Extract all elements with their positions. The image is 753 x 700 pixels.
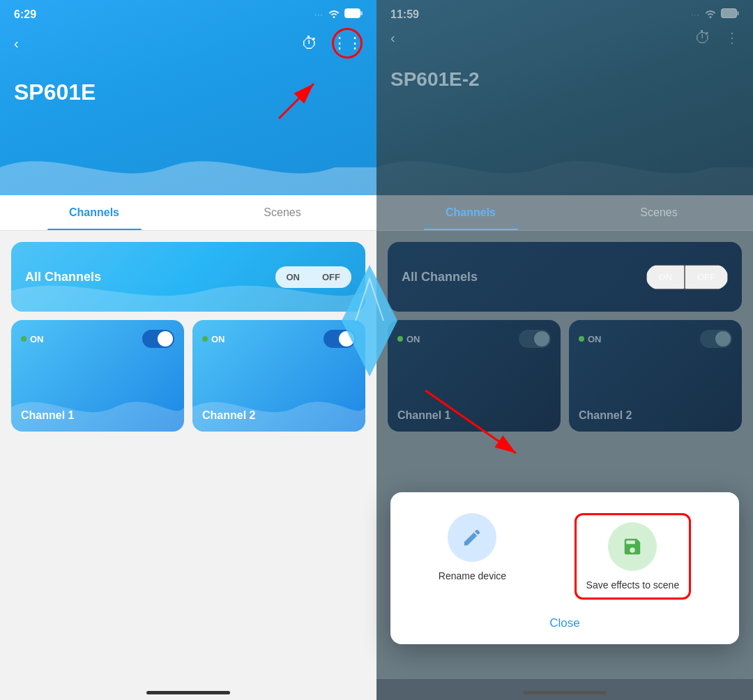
r-channel-2-toggle[interactable]: [700, 330, 732, 348]
svg-rect-5: [737, 11, 739, 15]
right-status-bar: 11:59 ···: [376, 0, 753, 21]
rename-label: Rename device: [439, 570, 506, 581]
dots-icon: ···: [314, 12, 324, 18]
channel-1-status: ON: [21, 334, 44, 344]
channel-1-card-right[interactable]: ON Channel 1: [388, 320, 561, 432]
on-button-left[interactable]: ON: [275, 266, 312, 288]
left-header: 6:29 ··· ‹ ⏱: [0, 0, 376, 195]
toggle-thumb-1: [158, 331, 173, 347]
right-clock-icon[interactable]: ⏱: [694, 28, 711, 47]
on-off-buttons-right[interactable]: ON OFF: [646, 265, 729, 289]
home-bar-left: [146, 691, 230, 694]
on-dot-2: [202, 336, 208, 342]
left-wave-decoration: [0, 139, 376, 195]
arrow-annotation: [251, 70, 335, 125]
tab-scenes-right[interactable]: Scenes: [565, 195, 753, 230]
rename-device-option[interactable]: Rename device: [439, 513, 506, 600]
diamond-arrow-icon: [342, 265, 397, 376]
channel-2-name-right: Channel 2: [579, 409, 732, 422]
channel-1-name-right: Channel 1: [397, 409, 551, 422]
nav-right-icons: ⏱ ⋮: [301, 28, 363, 59]
wifi-icon: [328, 8, 340, 21]
popup-options: Rename device Save effects to scene: [404, 513, 725, 600]
r-on-dot-1: [397, 336, 403, 342]
right-time: 11:59: [390, 8, 419, 21]
home-indicator-right: [376, 679, 753, 700]
three-dot-menu-button[interactable]: ⋮: [332, 28, 363, 59]
save-effects-wrapper[interactable]: Save effects to scene: [575, 513, 692, 600]
left-panel: 6:29 ··· ‹ ⏱: [0, 0, 376, 700]
r-toggle-thumb-2: [715, 331, 731, 347]
popup-close-button[interactable]: Close: [404, 614, 725, 630]
right-nav-bar: ‹ ⏱ ⋮: [376, 21, 753, 54]
home-indicator-left: [0, 679, 376, 700]
channel-1-top: ON: [21, 330, 174, 348]
left-time: 6:29: [14, 8, 36, 21]
save-icon-circle: [608, 522, 657, 571]
all-channels-label-right: All Channels: [402, 270, 478, 284]
right-dots-icon: ···: [691, 12, 700, 18]
tab-channels-left[interactable]: Channels: [0, 195, 188, 230]
r-channel-1-toggle[interactable]: [519, 330, 551, 348]
home-bar-right: [523, 691, 607, 694]
right-wave-decoration: [376, 139, 753, 195]
on-button-right[interactable]: ON: [646, 265, 685, 289]
r-on-dot-2: [579, 336, 584, 342]
right-panel: 11:59 ··· ‹ ⏱: [376, 0, 753, 700]
svg-rect-0: [345, 9, 360, 18]
channel-cards-row-right: ON Channel 1 ON: [388, 320, 742, 432]
right-device-title: SP601E-2: [376, 54, 753, 98]
svg-line-3: [279, 84, 314, 119]
tab-scenes-left[interactable]: Scenes: [188, 195, 376, 230]
r-channel-2-status: ON: [579, 334, 602, 344]
all-channels-card-right[interactable]: All Channels ON OFF: [388, 242, 742, 312]
channel-wave-bg-2: [192, 383, 365, 432]
channel-wave-bg-1: [11, 383, 184, 432]
right-tabs-bar: Channels Scenes: [376, 195, 753, 231]
r-channel-2-top: ON: [579, 330, 732, 348]
channel-2-top: ON: [202, 330, 356, 348]
left-status-bar: 6:29 ···: [0, 0, 376, 21]
rename-icon-circle: [448, 513, 496, 562]
r-toggle-thumb-1: [534, 331, 549, 347]
off-button-right[interactable]: OFF: [685, 265, 728, 289]
battery-icon: [344, 8, 363, 21]
channel-1-toggle[interactable]: [142, 330, 174, 348]
right-back-button[interactable]: ‹: [390, 30, 395, 46]
save-label: Save effects to scene: [586, 579, 680, 591]
svg-rect-4: [722, 9, 737, 18]
right-wifi-icon: [704, 8, 717, 21]
channel-2-card-left[interactable]: ON Channel 2: [192, 320, 365, 432]
clock-icon[interactable]: ⏱: [301, 33, 318, 53]
right-nav-right-icons: ⏱ ⋮: [694, 28, 739, 47]
r-channel-1-status: ON: [397, 334, 420, 344]
svg-rect-1: [360, 11, 363, 15]
right-battery-icon: [721, 8, 739, 21]
channel-2-name-left: Channel 2: [202, 409, 356, 422]
all-channels-label-left: All Channels: [25, 270, 101, 284]
three-dot-icon: ⋮: [347, 36, 363, 51]
right-three-dot-icon[interactable]: ⋮: [725, 29, 739, 46]
channel-1-card-left[interactable]: ON Channel 1: [11, 320, 184, 432]
left-status-icons: ···: [314, 8, 363, 21]
on-off-buttons-left[interactable]: ON OFF: [275, 266, 352, 288]
popup-menu: Rename device Save effects to scene Clos…: [390, 492, 739, 644]
left-cards-container: All Channels ON OFF ON: [0, 231, 376, 679]
save-effects-option[interactable]: Save effects to scene: [586, 522, 680, 591]
right-header: 11:59 ··· ‹ ⏱: [376, 0, 753, 195]
r-channel-1-top: ON: [397, 330, 551, 348]
channel-2-status: ON: [202, 334, 225, 344]
channel-1-name-left: Channel 1: [21, 409, 174, 422]
right-status-icons: ···: [691, 8, 739, 21]
left-tabs-bar: Channels Scenes: [0, 195, 376, 231]
left-nav-bar: ‹ ⏱ ⋮: [0, 21, 376, 66]
on-dot-1: [21, 336, 26, 342]
channel-2-card-right[interactable]: ON Channel 2: [569, 320, 742, 432]
channel-cards-row-left: ON Channel 1 ON: [11, 320, 365, 432]
panel-divider-shape: [342, 265, 397, 376]
back-button[interactable]: ‹: [14, 36, 19, 52]
tab-channels-right[interactable]: Channels: [376, 195, 565, 230]
all-channels-card-left[interactable]: All Channels ON OFF: [11, 242, 365, 312]
